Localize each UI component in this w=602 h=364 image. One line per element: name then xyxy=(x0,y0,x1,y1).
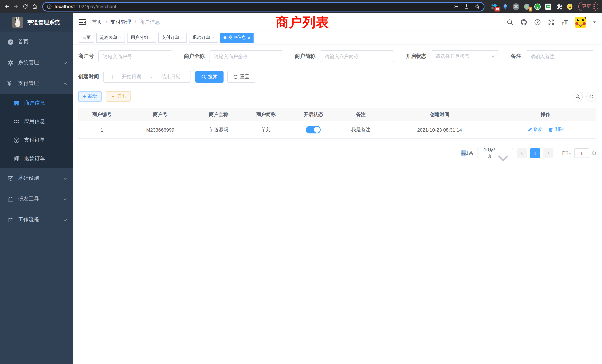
next-page-button[interactable] xyxy=(543,148,553,158)
cell-create-time: 2021-10-23 08:31:14 xyxy=(385,121,495,139)
sidebar-item-dev-tools[interactable]: 研发工具 xyxy=(0,189,73,209)
tab-close-icon[interactable] xyxy=(150,35,153,40)
short-name-input[interactable] xyxy=(320,50,394,62)
create-time-range-picker[interactable]: 开始日期 - 结束日期 xyxy=(103,71,191,83)
tab-user-group[interactable]: 用户分组 xyxy=(127,33,156,43)
sidebar-item-infra[interactable]: 基础设施 xyxy=(0,168,73,189)
browser-forward-icon[interactable] xyxy=(13,3,19,10)
pagination-total: 共1条 xyxy=(461,150,473,156)
col-short-name: 商户简称 xyxy=(242,108,290,121)
page-number-1[interactable]: 1 xyxy=(530,148,540,158)
chevron-down-icon xyxy=(63,218,67,222)
sidebar-item-label: 首页 xyxy=(18,39,29,45)
avatar-dropdown-caret-icon[interactable] xyxy=(593,21,596,23)
delete-label: 删除 xyxy=(554,127,564,133)
password-key-icon[interactable] xyxy=(453,4,459,9)
plus-icon xyxy=(83,94,86,99)
merchant-no-input[interactable] xyxy=(98,50,172,62)
chevron-down-icon xyxy=(496,151,510,155)
ext-blue-diamond-icon[interactable]: 10 xyxy=(491,3,498,10)
update-label: 更新 xyxy=(582,3,591,10)
reset-button-label: 重置 xyxy=(240,73,249,80)
page-size-select[interactable]: 10条/页 xyxy=(477,148,513,158)
sidebar-item-pay-order[interactable]: 支付订单 xyxy=(0,131,73,149)
edit-link[interactable]: 修改 xyxy=(527,127,542,133)
shop-icon xyxy=(13,100,20,106)
tab-refund-order[interactable]: 退款订单 xyxy=(189,33,218,43)
sidebar-item-app-info[interactable]: 应用信息 xyxy=(0,112,73,131)
remark-input[interactable] xyxy=(526,50,594,62)
browser-home-icon[interactable] xyxy=(32,3,38,10)
url-path: :1024/pay/merchant xyxy=(75,4,116,9)
sidebar-item-refund-order[interactable]: 退款订单 xyxy=(0,149,73,168)
browser-update-button[interactable]: 更新 xyxy=(578,2,598,11)
site-info-icon[interactable] xyxy=(47,4,52,9)
breadcrumb: 首页 / 支付管理 / 商户信息 xyxy=(92,19,160,26)
share-icon[interactable] xyxy=(464,4,469,9)
tab-close-icon[interactable] xyxy=(119,35,122,40)
total-count: 1 xyxy=(466,150,469,156)
table-header-row: 商户编号 商户号 商户全称 商户简称 开启状态 备注 创建时间 操作 xyxy=(78,108,596,121)
help-icon[interactable] xyxy=(534,19,541,26)
browser-menu-icon[interactable] xyxy=(593,4,595,9)
ext-emoji-icon[interactable] xyxy=(566,3,573,10)
sidebar-collapse-icon[interactable] xyxy=(79,19,86,25)
show-search-toggle-button[interactable] xyxy=(573,91,583,101)
delete-link[interactable]: 删除 xyxy=(549,127,564,133)
ext-badge: 10 xyxy=(494,7,500,11)
tab-merchant-info[interactable]: 商户信息 xyxy=(220,33,254,43)
tab-pay-order[interactable]: 支付订单 xyxy=(158,33,187,43)
ext-kite-icon[interactable] xyxy=(502,3,509,10)
tab-label: 流程表单 xyxy=(100,34,118,41)
browser-reload-icon[interactable] xyxy=(22,3,29,10)
refresh-table-button[interactable] xyxy=(586,91,596,101)
page-size-value: 10条/页 xyxy=(483,147,496,159)
tab-close-icon[interactable] xyxy=(212,35,215,40)
sidebar-item-home[interactable]: 首页 xyxy=(0,32,73,52)
ext-yudao-icon[interactable]: y xyxy=(534,3,541,10)
status-toggle-on[interactable] xyxy=(306,126,321,133)
tab-home[interactable]: 首页 xyxy=(79,33,94,43)
gear-icon xyxy=(7,60,14,66)
pagination: 共1条 10条/页 1 前往 页 xyxy=(78,148,596,158)
sidebar-item-merchant-info[interactable]: 商户信息 xyxy=(0,94,73,112)
fullscreen-icon[interactable] xyxy=(548,19,555,26)
sidebar-item-workflow[interactable]: 工作流程 xyxy=(0,209,73,230)
tab-close-icon[interactable] xyxy=(181,35,184,40)
status-select[interactable]: 请选择开启状态 xyxy=(431,50,499,62)
chevron-down-icon xyxy=(63,60,67,65)
add-button[interactable]: 新增 xyxy=(78,91,102,102)
ext-badge: 1 xyxy=(528,7,532,11)
tab-process-form[interactable]: 流程表单 xyxy=(96,33,125,43)
ext-chat-icon[interactable] xyxy=(545,3,552,10)
github-icon[interactable] xyxy=(520,19,527,26)
table-toolbar: 新增 导出 xyxy=(78,91,596,102)
address-bar[interactable]: localhost:1024/pay/merchant xyxy=(42,2,484,11)
breadcrumb-pay[interactable]: 支付管理 xyxy=(110,19,131,26)
sidebar-item-pay[interactable]: 支付管理 xyxy=(0,73,73,94)
goto-page-input[interactable] xyxy=(574,148,589,158)
reset-button[interactable]: 重置 xyxy=(227,71,255,83)
tab-close-icon[interactable] xyxy=(248,35,250,40)
bookmark-star-icon[interactable] xyxy=(474,4,480,9)
pay-order-icon xyxy=(13,137,20,143)
sidebar-item-system[interactable]: 系统管理 xyxy=(0,52,73,73)
sidebar-item-label: 系统管理 xyxy=(18,59,39,66)
cell-status xyxy=(290,121,337,139)
sidebar-logo[interactable]: 芋道管理系统 xyxy=(0,13,73,32)
table-row: 1 M233666999 芋道源码 芋艿 我是备注 2021-10-23 08:… xyxy=(78,121,596,139)
breadcrumb-separator: / xyxy=(135,19,136,25)
export-button[interactable]: 导出 xyxy=(106,91,131,102)
browser-back-icon[interactable] xyxy=(4,3,10,10)
header-search-icon[interactable] xyxy=(507,19,513,26)
user-avatar[interactable] xyxy=(575,17,586,28)
full-name-input[interactable] xyxy=(209,50,283,62)
cell-merchant-no: M233666999 xyxy=(126,121,195,139)
text-size-icon[interactable] xyxy=(562,19,568,25)
breadcrumb-home[interactable]: 首页 xyxy=(92,19,102,26)
prev-page-button[interactable] xyxy=(517,148,527,158)
extensions-puzzle-icon[interactable] xyxy=(556,3,562,10)
ext-command-icon[interactable] xyxy=(513,3,519,10)
ext-gray-blob-icon[interactable]: 1 xyxy=(523,3,530,10)
search-button[interactable]: 搜索 xyxy=(195,71,224,83)
